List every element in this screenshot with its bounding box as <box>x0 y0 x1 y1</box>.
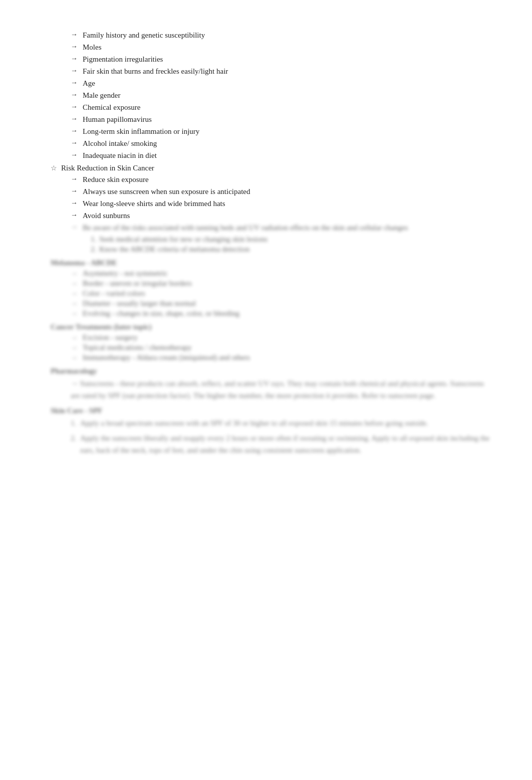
list-item: → Long-term skin inflammation or injury <box>41 126 491 137</box>
arrow-icon: → <box>71 211 78 219</box>
blurred-list-4: 1. Apply a broad spectrum sunscreen with… <box>41 417 491 456</box>
blurred-section-header-4: Skin Care - SPF <box>41 407 491 415</box>
list-item: → Reduce skin exposure <box>41 174 491 185</box>
arrow-icon: → <box>71 139 78 147</box>
item-text: Avoid sunburns <box>83 211 130 221</box>
item-text: Reduce skin exposure <box>83 174 149 185</box>
item-text: Pigmentation irregularities <box>83 54 163 65</box>
arrow-icon: → <box>71 115 78 123</box>
list-item: → Family history and genetic susceptibil… <box>41 30 491 41</box>
list-item: → Inadequate niacin in diet <box>41 150 491 161</box>
item-text: Human papillomavirus <box>83 114 152 125</box>
arrow-icon: → <box>71 31 78 39</box>
item-text: Age <box>83 78 95 89</box>
section-title: Risk Reduction in Skin Cancer <box>61 164 154 172</box>
blurred-section-header-2: Cancer Treatments (later topic) <box>41 323 491 331</box>
arrow-icon: → <box>71 187 78 195</box>
arrow-icon: → <box>71 175 78 183</box>
blurred-paragraph-1: → Sunscreens - these products can absorb… <box>41 377 491 402</box>
arrow-icon: → <box>71 151 78 159</box>
arrow-icon: → <box>71 67 78 75</box>
arrow-icon: → <box>71 43 78 51</box>
item-text: Fair skin that burns and freckles easily… <box>83 66 228 77</box>
risk-factors-list: → Family history and genetic susceptibil… <box>41 30 491 161</box>
arrow-icon: → <box>71 127 78 135</box>
blurred-list-2: → Excision - surgery → Topical medicatio… <box>41 333 491 362</box>
item-text: Family history and genetic susceptibilit… <box>83 30 205 41</box>
list-item: → Pigmentation irregularities <box>41 54 491 65</box>
arrow-icon: → <box>71 91 78 99</box>
arrow-icon: → <box>71 199 78 207</box>
item-text: Male gender <box>83 90 120 101</box>
blurred-section-header-3: Pharmacology <box>41 367 491 375</box>
list-item: → Always use sunscreen when sun exposure… <box>41 186 491 197</box>
list-item: → Fair skin that burns and freckles easi… <box>41 66 491 77</box>
blurred-list-1: → Asymmetry - not symmetric → Border - u… <box>41 269 491 318</box>
list-item: → Age <box>41 78 491 89</box>
list-item: → Avoid sunburns <box>41 211 491 221</box>
item-text: Long-term skin inflammation or injury <box>83 126 199 137</box>
list-item-blurred: → Be aware of the risks associated with … <box>41 223 491 233</box>
list-item: → Chemical exposure <box>41 102 491 113</box>
list-item: → Alcohol intake/ smoking <box>41 138 491 149</box>
list-item: → Moles <box>41 42 491 53</box>
item-text: Wear long-sleeve shirts and wide brimmed… <box>83 199 225 209</box>
item-text-blurred: Be aware of the risks associated with ta… <box>83 223 408 233</box>
item-text: Alcohol intake/ smoking <box>83 138 157 149</box>
item-text: Chemical exposure <box>83 102 140 113</box>
page-content: → Family history and genetic susceptibil… <box>41 20 491 456</box>
list-item: → Wear long-sleeve shirts and wide brimm… <box>41 199 491 209</box>
list-item: → Male gender <box>41 90 491 101</box>
arrow-icon: → <box>71 223 78 231</box>
blurred-continuation: 1. Seek medical attention for new or cha… <box>41 235 491 254</box>
item-text: Moles <box>83 42 102 53</box>
arrow-icon: → <box>71 103 78 111</box>
arrow-icon: → <box>71 79 78 87</box>
star-icon: ☆ <box>51 164 57 172</box>
risk-reduction-list: → Reduce skin exposure → Always use suns… <box>41 174 491 233</box>
item-text: Always use sunscreen when sun exposure i… <box>83 186 250 197</box>
risk-reduction-header: ☆ Risk Reduction in Skin Cancer <box>41 164 491 172</box>
item-text: Inadequate niacin in diet <box>83 150 157 161</box>
list-item: → Human papillomavirus <box>41 114 491 125</box>
arrow-icon: → <box>71 55 78 63</box>
blurred-section-header-1: Melanoma - ABCDE <box>41 259 491 267</box>
